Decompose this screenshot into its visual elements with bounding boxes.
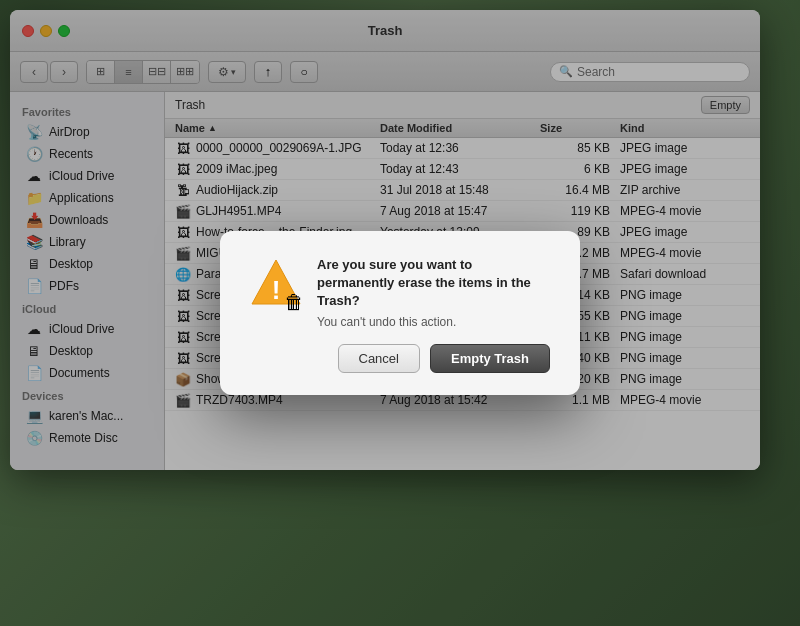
dialog-overlay: ! 🗑 Are you sure you want to permanently… — [0, 0, 800, 626]
trash-overlay-icon: 🗑 — [284, 291, 304, 314]
svg-text:!: ! — [272, 275, 281, 305]
dialog-text: Are you sure you want to permanently era… — [317, 256, 550, 330]
dialog-buttons: Cancel Empty Trash — [250, 344, 550, 373]
dialog-icon-wrapper: ! 🗑 — [250, 256, 302, 314]
dialog-body: ! 🗑 Are you sure you want to permanently… — [250, 256, 550, 330]
dialog-title: Are you sure you want to permanently era… — [317, 256, 550, 311]
confirm-dialog: ! 🗑 Are you sure you want to permanently… — [220, 231, 580, 396]
empty-trash-button[interactable]: Empty Trash — [430, 344, 550, 373]
dialog-subtitle: You can't undo this action. — [317, 315, 550, 329]
cancel-button[interactable]: Cancel — [338, 344, 420, 373]
